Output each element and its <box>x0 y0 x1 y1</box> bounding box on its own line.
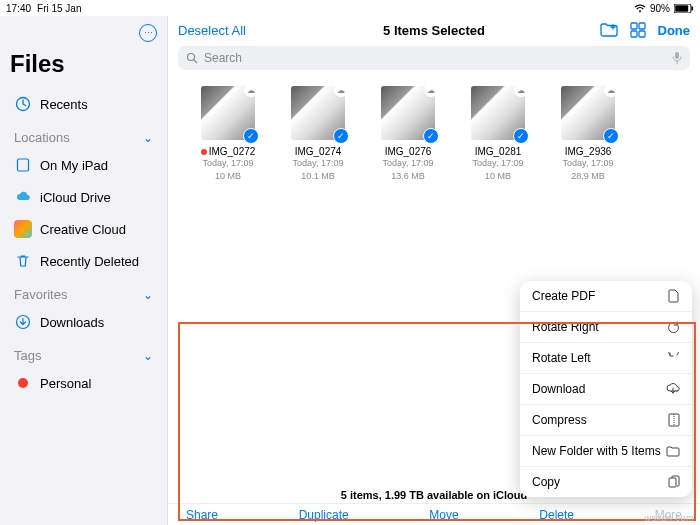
download-cloud-icon <box>666 383 680 395</box>
chevron-down-icon: ⌄ <box>143 349 153 363</box>
ipad-icon <box>14 156 32 174</box>
cloud-icon <box>14 188 32 206</box>
chevron-down-icon: ⌄ <box>143 288 153 302</box>
bottom-toolbar: Share Duplicate Move Delete More <box>168 503 700 525</box>
status-time: 17:40 <box>6 3 31 14</box>
selected-check-icon: ✓ <box>423 128 439 144</box>
selected-check-icon: ✓ <box>243 128 259 144</box>
svg-rect-11 <box>675 52 679 59</box>
sidebar-title: Files <box>10 50 157 78</box>
wifi-icon <box>634 4 646 13</box>
svg-rect-7 <box>639 23 645 29</box>
sidebar-more-button[interactable]: ⋯ <box>139 24 157 42</box>
selected-check-icon: ✓ <box>333 128 349 144</box>
popover-copy[interactable]: Copy <box>520 467 692 497</box>
compress-icon <box>668 413 680 427</box>
rotate-right-icon <box>667 321 680 334</box>
watermark: wsxdn.com <box>644 513 694 523</box>
file-thumbnail: ☁ ✓ <box>291 86 345 140</box>
svg-point-10 <box>188 54 195 61</box>
file-thumbnail: ☁ ✓ <box>381 86 435 140</box>
cloud-badge-icon: ☁ <box>604 83 618 97</box>
svg-rect-9 <box>639 31 645 37</box>
section-favorites[interactable]: Favorites ⌄ <box>10 287 157 302</box>
cloud-badge-icon: ☁ <box>244 83 258 97</box>
delete-button[interactable]: Delete <box>539 508 574 522</box>
sidebar-item-recentlydeleted[interactable]: Recently Deleted <box>10 247 157 275</box>
creative-cloud-icon <box>14 220 32 238</box>
popover-rotate-right[interactable]: Rotate Right <box>520 312 692 343</box>
chevron-down-icon: ⌄ <box>143 131 153 145</box>
search-icon <box>186 52 198 64</box>
selected-check-icon: ✓ <box>513 128 529 144</box>
battery-pct: 90% <box>650 3 670 14</box>
sidebar-item-onmyipad[interactable]: On My iPad <box>10 151 157 179</box>
search-input[interactable]: Search <box>178 46 690 70</box>
file-item[interactable]: ☁ ✓ IMG_0281 Today, 17:09 10 MB <box>462 86 534 182</box>
file-item[interactable]: ☁ ✓ IMG_0274 Today, 17:09 10.1 MB <box>282 86 354 182</box>
popover-rotate-left[interactable]: Rotate Left <box>520 343 692 374</box>
cloud-badge-icon: ☁ <box>424 83 438 97</box>
folder-plus-icon <box>666 445 680 457</box>
duplicate-button[interactable]: Duplicate <box>299 508 349 522</box>
file-item[interactable]: ☁ ✓ IMG_0276 Today, 17:09 13.6 MB <box>372 86 444 182</box>
status-bar: 17:40 Fri 15 Jan 90% <box>0 0 700 16</box>
mic-icon[interactable] <box>672 51 682 65</box>
tag-dot-icon <box>201 149 207 155</box>
share-button[interactable]: Share <box>186 508 218 522</box>
sidebar-recents[interactable]: Recents <box>10 90 157 118</box>
sidebar-item-icloud[interactable]: iCloud Drive <box>10 183 157 211</box>
section-locations[interactable]: Locations ⌄ <box>10 130 157 145</box>
trash-icon <box>14 252 32 270</box>
svg-rect-8 <box>631 31 637 37</box>
sidebar: ⋯ Files Recents Locations ⌄ On My iPad i… <box>0 16 168 525</box>
file-thumbnail: ☁ ✓ <box>561 86 615 140</box>
move-button[interactable]: Move <box>429 508 458 522</box>
files-grid: ☁ ✓ IMG_0272 Today, 17:09 10 MB ☁ ✓ IMG_… <box>168 78 700 190</box>
svg-rect-6 <box>631 23 637 29</box>
sidebar-item-downloads[interactable]: Downloads <box>10 308 157 336</box>
selected-check-icon: ✓ <box>603 128 619 144</box>
document-icon <box>668 289 680 303</box>
svg-rect-1 <box>675 5 688 12</box>
main-pane: Deselect All 5 Items Selected Done Searc… <box>168 16 700 525</box>
file-thumbnail: ☁ ✓ <box>471 86 525 140</box>
popover-download[interactable]: Download <box>520 374 692 405</box>
done-button[interactable]: Done <box>658 23 691 38</box>
clock-icon <box>14 95 32 113</box>
download-icon <box>14 313 32 331</box>
popover-new-folder[interactable]: New Folder with 5 Items <box>520 436 692 467</box>
file-item[interactable]: ☁ ✓ IMG_0272 Today, 17:09 10 MB <box>192 86 264 182</box>
svg-rect-2 <box>692 6 694 10</box>
top-bar: Deselect All 5 Items Selected Done <box>168 16 700 44</box>
svg-rect-4 <box>18 159 29 171</box>
file-thumbnail: ☁ ✓ <box>201 86 255 140</box>
sidebar-item-creativecloud[interactable]: Creative Cloud <box>10 215 157 243</box>
selection-title: 5 Items Selected <box>383 23 485 38</box>
tag-dot-icon <box>14 374 32 392</box>
rotate-left-icon <box>667 352 680 365</box>
sidebar-tag-personal[interactable]: Personal <box>10 369 157 397</box>
new-folder-icon[interactable] <box>600 23 618 37</box>
file-item[interactable]: ☁ ✓ IMG_2936 Today, 17:09 28.9 MB <box>552 86 624 182</box>
search-placeholder: Search <box>204 51 242 65</box>
svg-rect-13 <box>669 478 676 487</box>
view-grid-icon[interactable] <box>630 22 646 38</box>
deselect-all-button[interactable]: Deselect All <box>178 23 246 38</box>
cloud-badge-icon: ☁ <box>514 83 528 97</box>
popover-create-pdf[interactable]: Create PDF <box>520 281 692 312</box>
more-popover: Create PDF Rotate Right Rotate Left Down… <box>520 281 692 497</box>
section-tags[interactable]: Tags ⌄ <box>10 348 157 363</box>
status-date: Fri 15 Jan <box>37 3 81 14</box>
battery-icon <box>674 4 694 13</box>
sidebar-recents-label: Recents <box>40 97 88 112</box>
copy-icon <box>668 475 680 489</box>
cloud-badge-icon: ☁ <box>334 83 348 97</box>
popover-compress[interactable]: Compress <box>520 405 692 436</box>
